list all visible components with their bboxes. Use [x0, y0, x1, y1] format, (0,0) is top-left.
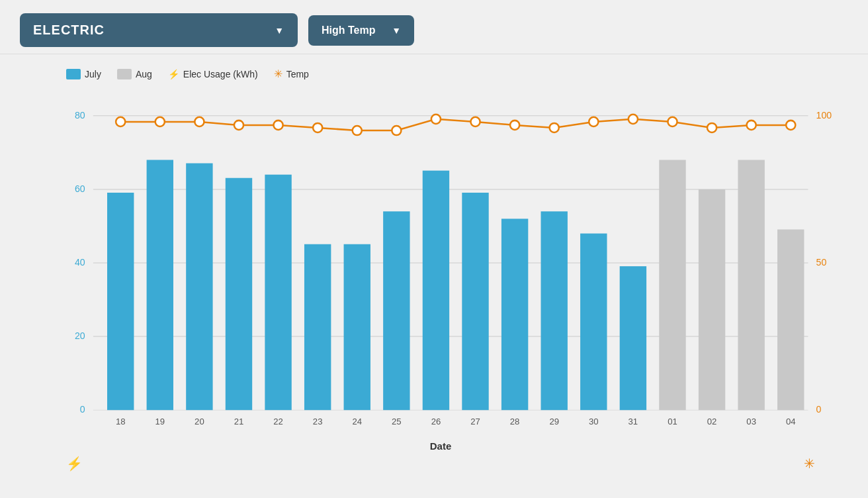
legend-temp: ✳ Temp	[274, 68, 309, 80]
temp-dot-31	[629, 115, 638, 124]
bar-27-july	[462, 193, 488, 410]
legend-aug: Aug	[117, 69, 152, 79]
temp-dot-18	[116, 117, 125, 126]
july-color-box	[66, 69, 81, 79]
temp-dot-24	[353, 126, 362, 135]
svg-text:100: 100	[816, 110, 832, 121]
bar-01-aug	[659, 160, 685, 410]
bar-20-july	[186, 164, 212, 411]
electric-label: ELECTRIC	[33, 23, 105, 38]
aug-label: Aug	[136, 69, 152, 79]
temp-dot-28	[510, 121, 519, 130]
temp-dot-27	[470, 117, 480, 126]
chart-svg: 0 20 40 60 80 0 50 100	[40, 91, 842, 435]
high-temp-label: High Temp	[322, 25, 375, 36]
aug-color-box	[117, 69, 132, 79]
svg-text:01: 01	[668, 417, 677, 426]
bar-25-july	[383, 211, 410, 410]
temp-dot-23	[313, 123, 322, 132]
temp-legend-icon: ✳	[274, 68, 282, 80]
svg-text:21: 21	[234, 417, 244, 426]
bar-30-july	[580, 234, 607, 411]
bar-18-july	[107, 193, 134, 410]
temp-dot-29	[550, 123, 559, 132]
svg-text:80: 80	[75, 110, 85, 121]
svg-text:0: 0	[80, 404, 85, 415]
elec-legend-icon: ⚡	[168, 69, 179, 79]
high-temp-dropdown[interactable]: High Temp ▼	[308, 15, 414, 46]
bottom-icons: ⚡ ✳	[40, 452, 842, 475]
svg-text:04: 04	[786, 417, 796, 426]
svg-text:60: 60	[75, 183, 85, 194]
svg-text:27: 27	[470, 417, 480, 426]
temp-dot-22	[274, 121, 283, 130]
legend: July Aug ⚡ Elec Usage (kWh) ✳ Temp	[66, 68, 842, 80]
chart-container: 0 20 40 60 80 0 50 100	[40, 91, 842, 435]
x-axis-label: Date	[40, 440, 842, 452]
bar-24-july	[344, 244, 370, 410]
svg-text:30: 30	[589, 417, 599, 426]
svg-text:02: 02	[707, 417, 717, 426]
page: ELECTRIC ▼ High Temp ▼ July Aug ⚡ Elec U…	[0, 0, 868, 498]
svg-text:20: 20	[75, 330, 85, 341]
temp-dot-25	[392, 126, 401, 135]
bar-03-aug	[738, 160, 764, 410]
temp-dot-20	[195, 117, 204, 126]
bar-28-july	[501, 219, 528, 410]
svg-text:50: 50	[816, 257, 827, 268]
electric-arrow: ▼	[275, 25, 284, 36]
temp-label: Temp	[286, 69, 309, 79]
svg-text:40: 40	[75, 257, 85, 268]
elec-label: Elec Usage (kWh)	[183, 69, 258, 79]
bar-26-july	[423, 171, 449, 411]
temp-dot-19	[155, 117, 165, 126]
bar-21-july	[226, 178, 252, 410]
chart-area: July Aug ⚡ Elec Usage (kWh) ✳ Temp	[0, 54, 868, 498]
svg-text:28: 28	[510, 417, 520, 426]
temp-dot-21	[234, 121, 243, 130]
svg-text:26: 26	[431, 417, 441, 426]
temp-dot-01	[668, 117, 677, 126]
svg-text:25: 25	[392, 417, 402, 426]
svg-text:0: 0	[816, 404, 822, 415]
svg-text:03: 03	[746, 417, 756, 426]
legend-elec: ⚡ Elec Usage (kWh)	[168, 69, 258, 79]
svg-text:20: 20	[195, 417, 204, 426]
temp-bottom-icon: ✳	[804, 456, 815, 472]
svg-text:29: 29	[549, 417, 559, 426]
temp-dot-02	[707, 123, 716, 132]
svg-text:31: 31	[629, 417, 638, 426]
high-temp-arrow: ▼	[392, 25, 401, 36]
temp-dot-26	[431, 115, 441, 124]
temp-dot-03	[747, 121, 756, 130]
svg-text:19: 19	[155, 417, 165, 426]
july-label: July	[85, 69, 101, 79]
electric-dropdown[interactable]: ELECTRIC ▼	[20, 13, 298, 47]
svg-text:23: 23	[313, 417, 323, 426]
bar-19-july	[147, 160, 173, 410]
header: ELECTRIC ▼ High Temp ▼	[0, 0, 868, 54]
legend-july: July	[66, 69, 101, 79]
temp-dot-30	[589, 117, 598, 126]
bar-22-july	[265, 175, 291, 411]
temp-line	[120, 119, 791, 130]
elec-bottom-icon: ⚡	[66, 456, 83, 472]
svg-text:22: 22	[273, 417, 283, 426]
bar-29-july	[541, 211, 568, 410]
bar-02-aug	[699, 189, 725, 410]
bar-31-july	[620, 266, 646, 410]
bar-04-aug	[777, 230, 804, 411]
bar-23-july	[304, 244, 331, 410]
svg-text:24: 24	[352, 417, 362, 426]
svg-text:18: 18	[116, 417, 126, 426]
temp-dot-04	[786, 121, 795, 130]
